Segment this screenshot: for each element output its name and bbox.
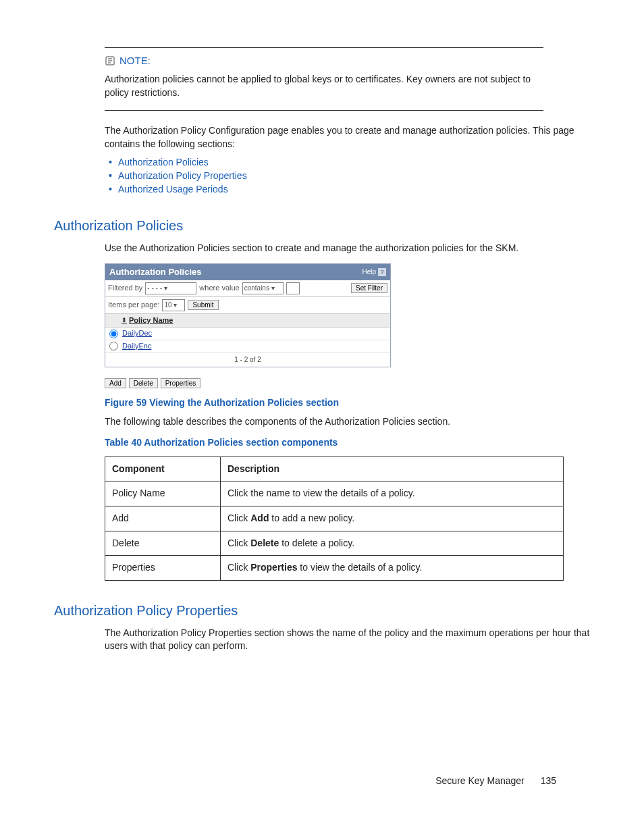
items-per-page-value: 10 bbox=[164, 301, 171, 310]
delete-button[interactable]: Delete bbox=[129, 378, 158, 388]
auth-policies-panel: Authorization Policies Help ? Filtered b… bbox=[105, 263, 391, 367]
row-radio[interactable] bbox=[109, 330, 118, 338]
note-label: NOTE: bbox=[119, 53, 151, 68]
desc-post: to add a new policy. bbox=[269, 513, 354, 523]
note-heading: NOTE: bbox=[105, 53, 543, 68]
section2-body: The Authorization Policy Properties sect… bbox=[105, 627, 590, 653]
items-per-page-select[interactable]: 10 ▾ bbox=[162, 299, 185, 311]
list-item: Authorization Policies bbox=[118, 156, 590, 170]
td-component: Add bbox=[105, 506, 221, 531]
filtered-by-label: Filtered by bbox=[108, 283, 142, 293]
list-item: Authorized Usage Periods bbox=[118, 183, 590, 197]
add-button[interactable]: Add bbox=[105, 378, 126, 388]
td-description: Click Properties to view the details of … bbox=[221, 556, 564, 581]
note-block: NOTE: Authorization policies cannot be a… bbox=[105, 47, 543, 111]
table-row: Delete Click Delete to delete a policy. bbox=[105, 531, 564, 556]
table-row: Properties Click Properties to view the … bbox=[105, 556, 564, 581]
set-filter-button[interactable]: Set Filter bbox=[351, 283, 387, 293]
section1-body: Use the Authorization Policies section t… bbox=[105, 242, 590, 255]
section-links-list: Authorization Policies Authorization Pol… bbox=[105, 156, 590, 196]
table-row: DailyEnc bbox=[105, 340, 390, 353]
desc-pre: Click bbox=[227, 562, 250, 573]
desc-bold: Delete bbox=[250, 538, 279, 548]
operator-value: contains bbox=[244, 284, 269, 293]
link-authorized-usage-periods[interactable]: Authorized Usage Periods bbox=[118, 184, 228, 194]
td-component: Properties bbox=[105, 556, 221, 581]
th-description: Description bbox=[221, 457, 564, 481]
td-description: Click the name to view the details of a … bbox=[221, 481, 564, 506]
table-row: Add Click Add to add a new policy. bbox=[105, 506, 564, 531]
panel-title-bar: Authorization Policies Help ? bbox=[105, 264, 390, 280]
policy-link[interactable]: DailyDec bbox=[122, 328, 152, 338]
where-value-label: where value bbox=[199, 283, 239, 293]
intro-text: The Authorization Policy Configuration p… bbox=[105, 124, 590, 151]
table-row: DailyDec bbox=[105, 328, 390, 340]
filtered-by-select[interactable]: - - - - ▾ bbox=[145, 282, 196, 294]
desc-post: to delete a policy. bbox=[279, 538, 354, 548]
link-auth-policy-properties[interactable]: Authorization Policy Properties bbox=[118, 170, 247, 181]
policy-name-header[interactable]: Policy Name bbox=[129, 315, 173, 325]
items-per-page-label: Items per page: bbox=[108, 300, 159, 310]
properties-button[interactable]: Properties bbox=[161, 378, 201, 388]
td-description: Click Delete to delete a policy. bbox=[221, 531, 564, 556]
page-number: 135 bbox=[541, 775, 556, 788]
section-heading-auth-policy-properties: Authorization Policy Properties bbox=[54, 601, 590, 620]
note-icon bbox=[105, 55, 115, 66]
td-component: Policy Name bbox=[105, 481, 221, 506]
items-per-page-row: Items per page: 10 ▾ Submit bbox=[105, 297, 390, 313]
range-label: 1 - 2 of 2 bbox=[105, 353, 390, 367]
components-table: Component Description Policy Name Click … bbox=[105, 457, 564, 581]
desc-bold: Add bbox=[250, 513, 269, 523]
auth-policies-ui-container: Authorization Policies Help ? Filtered b… bbox=[105, 263, 590, 388]
action-row: Add Delete Properties bbox=[105, 375, 590, 388]
table-row: Policy Name Click the name to view the d… bbox=[105, 481, 564, 506]
desc-post: to view the details of a policy. bbox=[297, 562, 422, 573]
link-auth-policies[interactable]: Authorization Policies bbox=[118, 157, 209, 167]
help-label: Help bbox=[362, 267, 376, 277]
filtered-by-value: - - - - bbox=[147, 284, 162, 293]
desc-pre: Click bbox=[227, 538, 250, 548]
th-component: Component bbox=[105, 457, 221, 481]
value-input[interactable] bbox=[286, 282, 300, 294]
page-footer: Secure Key Manager 135 bbox=[54, 775, 590, 788]
after-figure-text: The following table describes the compon… bbox=[105, 415, 590, 429]
desc-pre: Click bbox=[227, 513, 250, 523]
row-radio[interactable] bbox=[109, 342, 118, 350]
figure-caption: Figure 59 Viewing the Authorization Poli… bbox=[105, 396, 590, 410]
note-body: Authorization policies cannot be applied… bbox=[105, 73, 543, 99]
desc-bold: Properties bbox=[250, 562, 297, 573]
list-item: Authorization Policy Properties bbox=[118, 170, 590, 183]
submit-button[interactable]: Submit bbox=[188, 300, 218, 310]
sort-icon[interactable]: ⇕ bbox=[122, 316, 127, 325]
help-link[interactable]: Help ? bbox=[362, 267, 386, 277]
filter-row: Filtered by - - - - ▾ where value contai… bbox=[105, 280, 390, 297]
td-description: Click Add to add a new policy. bbox=[221, 506, 564, 531]
table-caption: Table 40 Authorization Policies section … bbox=[105, 436, 590, 450]
table-header-row: Component Description bbox=[105, 457, 564, 481]
policy-link[interactable]: DailyEnc bbox=[122, 341, 151, 351]
book-title: Secure Key Manager bbox=[435, 775, 525, 786]
operator-select[interactable]: contains ▾ bbox=[242, 282, 284, 294]
help-icon: ? bbox=[378, 268, 386, 276]
panel-title: Authorization Policies bbox=[109, 266, 202, 278]
column-header-row: ⇕ Policy Name bbox=[105, 313, 390, 328]
section-heading-auth-policies: Authorization Policies bbox=[54, 216, 590, 235]
desc-pre: Click the name to view the details of a … bbox=[227, 488, 415, 498]
td-component: Delete bbox=[105, 531, 221, 556]
